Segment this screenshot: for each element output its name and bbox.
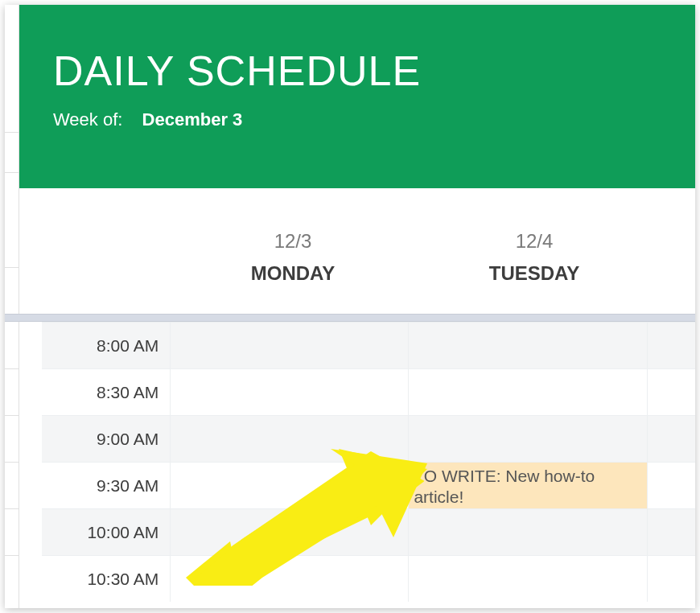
week-of-value: December 3 (142, 109, 243, 130)
slot-mon-1000[interactable] (171, 509, 409, 555)
table-row: 8:30 AM (42, 368, 695, 415)
day-header-row: 12/3 MONDAY 12/4 TUESDAY (19, 188, 695, 314)
slot-tue-830[interactable] (409, 369, 647, 415)
day-col-monday[interactable]: 12/3 MONDAY (172, 188, 414, 314)
slot-tue-800[interactable] (409, 323, 647, 368)
table-row: 10:30 AM (42, 555, 695, 602)
slot-tue-1030[interactable] (409, 556, 647, 602)
table-row: 9:30 AM TO WRITE: New how-to article! (42, 462, 695, 508)
slot-tail[interactable] (648, 556, 695, 602)
time-header-spacer (19, 188, 172, 314)
slot-tail[interactable] (648, 416, 695, 462)
table-row: 10:00 AM (42, 508, 695, 555)
slot-mon-800[interactable] (171, 323, 409, 368)
slot-mon-1030[interactable] (171, 556, 409, 602)
slot-tue-930[interactable]: TO WRITE: New how-to article! (409, 463, 647, 508)
time-label[interactable]: 10:30 AM (42, 556, 171, 602)
table-row: 9:00 AM (42, 415, 695, 462)
day-date: 12/4 (414, 230, 655, 253)
day-name: TUESDAY (414, 262, 655, 285)
page-title: DAILY SCHEDULE (53, 47, 695, 95)
schedule-sheet: DAILY SCHEDULE Week of: December 3 12/3 … (5, 5, 695, 608)
schedule-grid: 8:00 AM 8:30 AM 9:00 AM 9:30 AM TO W (19, 322, 695, 608)
row-gutter (5, 5, 19, 608)
week-of-row: Week of: December 3 (53, 109, 695, 130)
slot-tail[interactable] (648, 369, 695, 415)
week-of-label: Week of: (53, 109, 122, 130)
time-label[interactable]: 8:30 AM (42, 369, 171, 415)
table-row: 8:00 AM (42, 322, 695, 368)
frozen-row-divider (5, 314, 695, 322)
slot-tail[interactable] (648, 323, 695, 368)
time-label[interactable]: 10:00 AM (42, 509, 171, 555)
slot-mon-900[interactable] (171, 416, 409, 462)
slot-tail[interactable] (648, 509, 695, 555)
slot-tue-1000[interactable] (409, 509, 647, 555)
slot-mon-930[interactable] (171, 463, 409, 508)
slot-mon-830[interactable] (171, 369, 409, 415)
day-date: 12/3 (172, 230, 414, 253)
slot-tail[interactable] (648, 463, 695, 508)
time-label[interactable]: 9:30 AM (42, 463, 171, 508)
time-label[interactable]: 8:00 AM (42, 323, 171, 368)
day-col-tuesday[interactable]: 12/4 TUESDAY (414, 188, 655, 314)
slot-tue-900[interactable] (409, 416, 647, 462)
day-name: MONDAY (172, 262, 414, 285)
header-band: DAILY SCHEDULE Week of: December 3 (19, 5, 695, 188)
time-label[interactable]: 9:00 AM (42, 416, 171, 462)
